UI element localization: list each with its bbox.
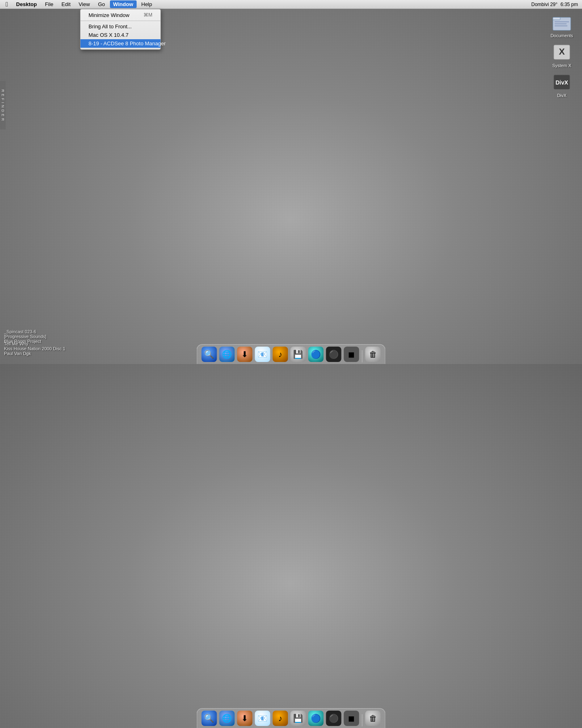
desktop-icon-systemx-top[interactable]: X System X xyxy=(546,42,578,68)
dropdown-minimize[interactable]: Minimize Window ⌘M xyxy=(80,11,160,19)
desktop-icon-divx-top[interactable]: DivX DivX xyxy=(546,72,578,98)
dock-item-dl-top[interactable]: ⬇ xyxy=(237,346,253,362)
divx-label-top: DivX xyxy=(557,93,566,98)
dock-top: 🔍 🌐 ⬇ 📧 ♪ 💾 🔵 ⚫ ◼ 🗑 xyxy=(197,344,386,364)
svg-rect-3 xyxy=(555,23,567,24)
dock-item-web-bottom[interactable]: 🌐 xyxy=(219,710,235,726)
menubar-top:  Desktop File Edit View Go Window Help … xyxy=(0,0,582,9)
dock-web-icon-bottom: 🌐 xyxy=(219,711,235,726)
dock-mail-icon-bottom: 📧 xyxy=(255,711,270,726)
dock-b1-icon-bottom: 🔵 xyxy=(308,711,324,726)
dock-item-finder-bottom[interactable]: 🔍 xyxy=(201,710,217,726)
dock-item-b3-top[interactable]: ◼ xyxy=(344,346,360,362)
systemx-label-top: System X xyxy=(552,63,571,68)
dock-b2-icon-bottom: ⚫ xyxy=(326,711,342,726)
documents-label-top: Documents xyxy=(550,33,573,38)
dock-disk-icon-top: 💾 xyxy=(291,347,306,362)
dock-divider-bottom xyxy=(362,714,363,726)
dock-b3-icon-bottom: ◼ xyxy=(344,711,359,726)
dock-b2-icon-top: ⚫ xyxy=(326,347,342,362)
svg-rect-4 xyxy=(555,25,567,26)
dock-item-disk-top[interactable]: 💾 xyxy=(290,346,306,362)
menubar-left-top:  Desktop File Edit View Go Window Help xyxy=(0,0,155,8)
dock-finder-icon-bottom: 🔍 xyxy=(202,711,217,726)
menubar-right-top: Dombivi 29° 6:35 pm xyxy=(531,2,582,7)
dock-music-icon-bottom: ♪ xyxy=(273,711,288,726)
music-track3-bottom: Paul Van Dgk xyxy=(4,351,65,356)
menubar-edit-top[interactable]: Edit xyxy=(58,0,74,8)
dock-item-b2-bottom[interactable]: ⚫ xyxy=(326,710,342,726)
dropdown-acdsee[interactable]: 8-19 - ACDSee 8 Photo Manager xyxy=(80,39,160,48)
dock-item-b3-bottom[interactable]: ◼ xyxy=(344,710,360,726)
dock-music-icon-top: ♪ xyxy=(273,347,288,362)
dock-web-icon-top: 🌐 xyxy=(219,347,235,362)
dock-finder-icon-top: 🔍 xyxy=(202,347,217,362)
dock-item-trash-bottom[interactable]: 🗑 xyxy=(365,710,381,726)
dropdown-sep1 xyxy=(80,21,160,21)
music-track1-top: _Spincast 023-6 xyxy=(4,329,46,334)
dock-item-music-bottom[interactable]: ♪ xyxy=(272,710,289,726)
dock-item-web-top[interactable]: 🌐 xyxy=(219,346,235,362)
datetime-top: Dombivi 29° 6:35 pm xyxy=(531,2,578,7)
menubar-view-top[interactable]: View xyxy=(76,0,93,8)
dropdown-macosx[interactable]: Mac OS X 10.4.7 xyxy=(80,31,160,39)
bottom-desktop:  Desktop File Edit View Go Window Help … xyxy=(0,364,582,728)
svg-text:X: X xyxy=(559,47,565,57)
divx-icon-top: DivX xyxy=(552,72,572,92)
menubar-help-top[interactable]: Help xyxy=(138,0,156,8)
dock-item-dl-bottom[interactable]: ⬇ xyxy=(237,710,253,726)
dock-item-mail-top[interactable]: 📧 xyxy=(255,346,271,362)
dock-item-music-top[interactable]: ♪ xyxy=(272,346,289,362)
dock-item-b1-bottom[interactable]: 🔵 xyxy=(308,710,324,726)
dock-b1-icon-top: 🔵 xyxy=(308,347,324,362)
dock-item-finder-top[interactable]: 🔍 xyxy=(201,346,217,362)
dock-dl-icon-bottom: ⬇ xyxy=(237,711,253,726)
dock-item-trash-top[interactable]: 🗑 xyxy=(365,346,381,362)
apple-menu-top[interactable]:  xyxy=(2,1,11,8)
menubar-window-top[interactable]: Window xyxy=(110,0,137,8)
dock-divider-top xyxy=(362,350,363,362)
desktop-icon-documents-top[interactable]: Documents xyxy=(546,12,578,38)
dock-bottom: 🔍 🌐 ⬇ 📧 ♪ 💾 🔵 ⚫ ◼ 🗑 xyxy=(197,708,386,728)
music-track2-bottom: Kiss House Nation 2000 Disc 1 xyxy=(4,346,65,351)
dropdown-bring-all[interactable]: Bring All to Front... xyxy=(80,22,160,31)
dock-trash-icon-top: 🗑 xyxy=(365,347,381,362)
dock-item-b2-top[interactable]: ⚫ xyxy=(326,346,342,362)
dock-trash-icon-bottom: 🗑 xyxy=(365,711,381,726)
svg-rect-2 xyxy=(555,21,569,22)
top-desktop:  Desktop File Edit View Go Window Help … xyxy=(0,0,582,364)
menubar-go-top[interactable]: Go xyxy=(95,0,108,8)
music-track2-top: [Progressive Sounds] xyxy=(4,334,46,339)
dock-disk-icon-bottom: 💾 xyxy=(291,711,306,726)
documents-icon-top xyxy=(552,12,572,32)
dock-b3-icon-top: ◼ xyxy=(344,347,359,362)
desktop-icons-top: Documents X System X DivX DivX xyxy=(546,12,578,98)
svg-text:DivX: DivX xyxy=(555,79,568,86)
dock-item-mail-bottom[interactable]: 📧 xyxy=(255,710,271,726)
systemx-icon-top: X xyxy=(552,42,572,62)
menubar-file-top[interactable]: File xyxy=(42,0,57,8)
dock-item-b1-top[interactable]: 🔵 xyxy=(308,346,324,362)
music-info-bottom: Tell Me Why Kiss House Nation 2000 Disc … xyxy=(4,341,65,356)
dock-dl-icon-top: ⬇ xyxy=(237,347,253,362)
svg-rect-1 xyxy=(553,17,560,20)
dock-item-disk-bottom[interactable]: 💾 xyxy=(290,710,306,726)
side-edge-top: R E F I N D E R xyxy=(0,81,6,129)
menubar-desktop-top[interactable]: Desktop xyxy=(13,0,40,8)
dock-mail-icon-top: 📧 xyxy=(255,347,270,362)
window-dropdown-top[interactable]: Minimize Window ⌘M Bring All to Front...… xyxy=(80,9,161,50)
music-track1-bottom: Tell Me Why xyxy=(4,341,65,346)
